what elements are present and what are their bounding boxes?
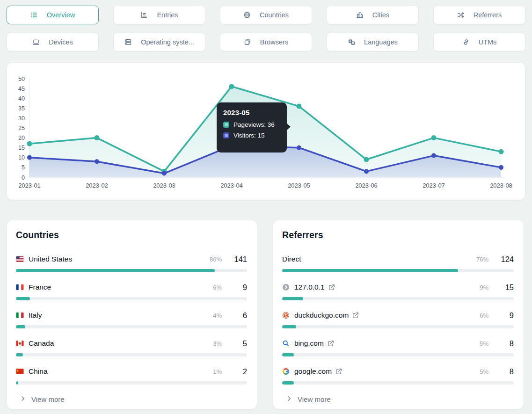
list-item-label: bing.com: [294, 339, 324, 348]
referrers-view-more-button[interactable]: View more: [286, 395, 331, 403]
pageviews-point[interactable]: [229, 84, 234, 89]
svg-text:2023-04: 2023-04: [220, 182, 243, 189]
view-more-label: View more: [298, 395, 331, 403]
progress-fill: [282, 325, 296, 328]
pageviews-swatch-icon: [223, 122, 229, 128]
tab-overview[interactable]: Overview: [7, 6, 99, 24]
tab-label: Languages: [364, 38, 398, 46]
tooltip-date-label: 2023-05: [223, 109, 280, 116]
svg-text:2023-06: 2023-06: [355, 182, 378, 189]
list-item-head: Direct76%124: [282, 254, 514, 265]
svg-text:30: 30: [18, 115, 25, 122]
external-link-icon[interactable]: [328, 340, 334, 347]
progress-track: [16, 353, 247, 356]
external-link-icon[interactable]: [352, 312, 359, 319]
list-item-label: United States: [29, 255, 72, 263]
list-item[interactable]: China1%2: [16, 363, 247, 391]
pageviews-point[interactable]: [431, 135, 437, 140]
referrers-card-title: Referrers: [282, 230, 514, 240]
tab-languages[interactable]: AaLanguages: [327, 33, 419, 51]
tab-label: Cities: [372, 11, 389, 19]
list-item-head: United States86%141: [16, 254, 247, 265]
list-item-head: bing.com5%8: [282, 338, 514, 349]
progress-track: [282, 269, 514, 272]
list-item-percent: 1%: [213, 368, 222, 375]
tab-devices[interactable]: Devices: [7, 33, 99, 51]
list-item-label: Canada: [29, 339, 54, 348]
bing-icon: [282, 340, 290, 347]
progress-fill: [16, 381, 18, 385]
progress-track: [282, 325, 514, 328]
svg-text:25: 25: [18, 125, 25, 131]
list-item-label: France: [29, 283, 51, 291]
progress-fill: [16, 297, 30, 300]
visitors-point[interactable]: [431, 153, 436, 158]
countries-view-more-button[interactable]: View more: [20, 395, 65, 403]
tab-label: Devices: [49, 38, 73, 46]
tab-cities[interactable]: Cities: [327, 6, 419, 24]
tab-entries[interactable]: Entries: [113, 6, 205, 24]
flag-fr-icon: [16, 284, 24, 290]
list-item-count: 5: [226, 339, 247, 348]
svg-text:35: 35: [18, 105, 25, 112]
tab-operating-systems[interactable]: Operating syste...: [113, 33, 205, 51]
list-item-head: google.com5%8: [282, 366, 514, 377]
tab-browsers[interactable]: Browsers: [220, 33, 312, 51]
svg-text:A: A: [350, 40, 351, 43]
progress-fill: [282, 269, 458, 272]
progress-fill: [282, 297, 303, 300]
pageviews-point[interactable]: [499, 149, 504, 154]
pageviews-point[interactable]: [27, 141, 32, 146]
list-item[interactable]: 127.0.0.19%15: [282, 278, 514, 306]
progress-track: [16, 269, 247, 272]
progress-track: [282, 297, 514, 300]
list-item-label: google.com: [294, 367, 332, 376]
list-item[interactable]: Italy4%6: [16, 306, 247, 334]
list-item-count: 6: [226, 311, 247, 320]
svg-text:a: a: [352, 42, 354, 44]
visitors-point[interactable]: [297, 145, 301, 150]
visitors-point[interactable]: [499, 165, 503, 170]
list-item-head: France6%9: [16, 282, 247, 293]
visitors-point[interactable]: [27, 155, 32, 160]
stack-icon: [124, 38, 132, 46]
tab-utms[interactable]: UTMs: [433, 33, 525, 51]
chart-tooltip: 2023-05 Pageviews: 36Visitors: 15: [217, 102, 287, 153]
traffic-chart-card: 051015202530354045502023-012023-022023-0…: [7, 62, 525, 200]
list-item[interactable]: Canada3%5: [16, 334, 247, 363]
tab-referrers[interactable]: Referrers: [433, 6, 525, 24]
visitors-point[interactable]: [364, 169, 369, 174]
external-link-icon[interactable]: [335, 368, 342, 375]
pageviews-point[interactable]: [95, 135, 100, 140]
list-item[interactable]: France6%9: [16, 278, 247, 306]
list-item[interactable]: Direct76%124: [282, 250, 514, 278]
chevron-right-icon: [20, 395, 26, 403]
external-link-icon[interactable]: [328, 284, 335, 291]
svg-text:2023-01: 2023-01: [18, 182, 41, 189]
list-item[interactable]: google.com5%8: [282, 363, 514, 391]
list-item-head: 127.0.0.19%15: [282, 282, 514, 293]
summary-cards-row: Countries United States86%141France6%9It…: [7, 220, 524, 409]
svg-text:2023-03: 2023-03: [153, 182, 175, 189]
globe-icon: [243, 11, 251, 19]
pageviews-point[interactable]: [364, 157, 369, 162]
windows-icon: [244, 38, 251, 46]
visitors-point[interactable]: [162, 171, 167, 176]
svg-text:20: 20: [18, 135, 25, 141]
list-item[interactable]: duckduckgo.com6%9: [282, 306, 514, 334]
progress-fill: [16, 269, 215, 272]
tab-countries[interactable]: Countries: [220, 6, 312, 24]
list-item[interactable]: bing.com5%8: [282, 334, 514, 363]
list-item-percent: 6%: [213, 284, 222, 291]
laptop-icon: [32, 38, 40, 46]
list-item[interactable]: United States86%141: [16, 250, 247, 278]
chevron-right-icon: [286, 395, 292, 403]
list-item-label: Direct: [282, 255, 301, 263]
visitors-swatch-icon: [223, 132, 229, 138]
list-icon: [30, 11, 38, 19]
pageviews-point[interactable]: [297, 104, 302, 109]
buildings-icon: [356, 11, 364, 19]
svg-text:15: 15: [18, 145, 25, 151]
list-item-head: Italy4%6: [16, 310, 247, 321]
visitors-point[interactable]: [95, 159, 99, 164]
